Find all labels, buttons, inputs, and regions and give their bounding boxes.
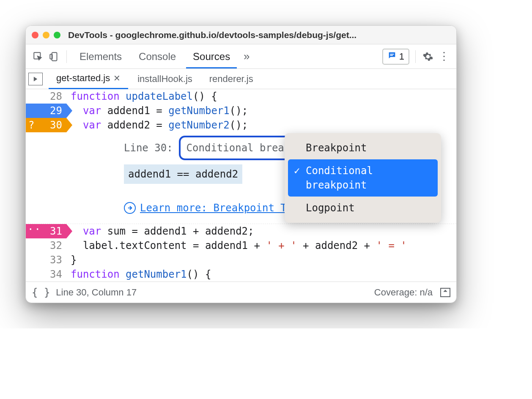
code-text: function updateLabel() { bbox=[66, 89, 456, 104]
breakpoint-edit-panel: Line 30: Conditional breakpoint ▼ addend… bbox=[26, 132, 456, 224]
file-tab-label: get-started.js bbox=[56, 73, 110, 84]
menu-item-conditional-breakpoint[interactable]: Conditional breakpoint bbox=[288, 159, 438, 197]
gutter-line-number[interactable]: 28 bbox=[26, 89, 66, 104]
code-editor[interactable]: 28 function updateLabel() { 29 var adden… bbox=[26, 89, 456, 281]
code-line: ··31 var sum = addend1 + addend2; bbox=[26, 224, 456, 238]
code-text: label.textContent = addend1 + ' + ' + ad… bbox=[66, 238, 456, 253]
settings-icon[interactable] bbox=[422, 50, 434, 63]
file-tab-get-started[interactable]: get-started.js ✕ bbox=[49, 68, 128, 89]
code-line: 33 } bbox=[26, 253, 456, 267]
code-text: var addend2 = getNumber2(); bbox=[66, 118, 456, 132]
tab-elements[interactable]: Elements bbox=[73, 45, 129, 68]
navigator-toggle-icon[interactable] bbox=[28, 73, 43, 85]
code-text: var addend1 = getNumber1(); bbox=[66, 104, 456, 118]
breakpoint-line-label: Line 30: bbox=[124, 141, 173, 155]
issues-badge[interactable]: 1 bbox=[382, 49, 409, 65]
kebab-menu-icon[interactable]: ⋮ bbox=[438, 50, 450, 63]
minimize-window-button[interactable] bbox=[43, 32, 49, 38]
tab-sources[interactable]: Sources bbox=[186, 45, 237, 68]
file-tab-label: renderer.js bbox=[209, 74, 253, 85]
breakpoint-expression-input[interactable]: addend1 == addend2 bbox=[124, 164, 242, 184]
breakpoint-marker-conditional[interactable]: ?30 bbox=[26, 118, 66, 132]
svg-rect-2 bbox=[50, 54, 52, 59]
svg-rect-3 bbox=[390, 54, 394, 55]
title-bar: DevTools - googlechrome.github.io/devtoo… bbox=[26, 26, 456, 44]
inspect-icon[interactable] bbox=[32, 50, 44, 63]
window-title: DevTools - googlechrome.github.io/devtoo… bbox=[68, 30, 450, 40]
device-toggle-icon[interactable] bbox=[48, 50, 60, 63]
code-line: ?30 var addend2 = getNumber2(); bbox=[26, 118, 456, 132]
pretty-print-icon[interactable]: { } bbox=[32, 287, 50, 298]
file-tab-renderer[interactable]: renderer.js bbox=[202, 69, 261, 89]
issues-count: 1 bbox=[399, 51, 404, 62]
gutter-line-number[interactable]: 34 bbox=[26, 267, 66, 281]
gutter-line-number[interactable]: 32 bbox=[26, 238, 66, 253]
breakpoint-marker-logpoint[interactable]: ··31 bbox=[26, 224, 66, 238]
tab-console[interactable]: Console bbox=[132, 45, 183, 68]
breakpoint-type-menu: Breakpoint Conditional breakpoint Logpoi… bbox=[285, 133, 441, 223]
close-tab-icon[interactable]: ✕ bbox=[113, 73, 121, 83]
gutter-line-number[interactable]: 33 bbox=[26, 253, 66, 267]
code-text: var sum = addend1 + addend2; bbox=[66, 224, 456, 238]
file-tab-installhook[interactable]: installHook.js bbox=[130, 69, 200, 89]
devtools-window: DevTools - googlechrome.github.io/devtoo… bbox=[25, 25, 457, 303]
code-text: } bbox=[66, 253, 456, 267]
more-tabs-icon[interactable]: » bbox=[240, 50, 253, 63]
breakpoint-marker-blue[interactable]: 29 bbox=[26, 104, 66, 118]
arrow-right-circle-icon bbox=[124, 202, 136, 214]
cursor-position: Line 30, Column 17 bbox=[56, 287, 137, 298]
svg-rect-4 bbox=[390, 55, 392, 56]
code-line: 34 function getNumber1() { bbox=[26, 267, 456, 281]
file-tab-label: installHook.js bbox=[137, 74, 192, 85]
separator bbox=[66, 50, 67, 63]
coverage-label: Coverage: n/a bbox=[374, 287, 433, 298]
maximize-window-button[interactable] bbox=[54, 32, 60, 38]
separator bbox=[415, 50, 416, 63]
menu-item-breakpoint[interactable]: Breakpoint bbox=[288, 137, 438, 159]
code-line: 28 function updateLabel() { bbox=[26, 89, 456, 104]
status-bar: { } Line 30, Column 17 Coverage: n/a bbox=[26, 281, 456, 303]
close-window-button[interactable] bbox=[32, 32, 38, 38]
window-controls bbox=[32, 32, 60, 38]
file-tab-row: get-started.js ✕ installHook.js renderer… bbox=[26, 69, 456, 89]
show-drawer-icon[interactable] bbox=[440, 288, 450, 297]
code-line: 32 label.textContent = addend1 + ' + ' +… bbox=[26, 238, 456, 253]
main-toolbar: Elements Console Sources » 1 ⋮ bbox=[26, 44, 456, 69]
issues-icon bbox=[387, 51, 397, 63]
menu-item-logpoint[interactable]: Logpoint bbox=[288, 197, 438, 219]
code-line: 29 var addend1 = getNumber1(); bbox=[26, 104, 456, 118]
code-text: function getNumber1() { bbox=[66, 267, 456, 281]
